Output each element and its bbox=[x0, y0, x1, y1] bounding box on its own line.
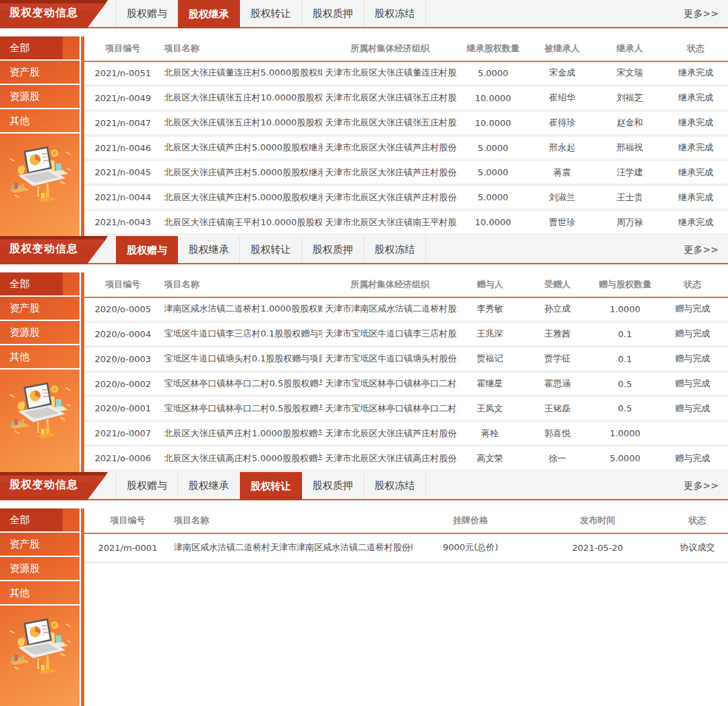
table-cell: 2020/o-0002 bbox=[84, 379, 162, 389]
section-title-ribbon: 股权变动信息 bbox=[0, 236, 108, 264]
tab-equity-transfer[interactable]: 股权转让 bbox=[240, 236, 302, 263]
table-cell: 继承完成 bbox=[663, 67, 728, 79]
tab-equity-pledge[interactable]: 股权质押 bbox=[302, 0, 364, 27]
column-header: 项目编号 bbox=[84, 42, 162, 55]
table-cell: 2021/o-0007 bbox=[84, 428, 162, 438]
table-cell: 赠与完成 bbox=[657, 353, 728, 365]
equity-change-section: 股权变动信息股权赠与股权继承股权转让股权质押股权冻结更多>>全部资产股资源股其他… bbox=[0, 0, 728, 236]
table-row[interactable]: 2021/n-0043北辰区大张庄镇南王平村10.0000股股权继...天津市北… bbox=[84, 211, 728, 236]
table-row[interactable]: 2020/o-0002宝坻区林亭口镇林亭口二村0.5股股权赠与...天津市宝坻区… bbox=[84, 373, 728, 398]
table-cell: 宝坻区牛道口镇塘头村0.1股股权赠与项目 bbox=[162, 353, 323, 365]
table-cell: 崔得珍 bbox=[528, 117, 596, 129]
table-row[interactable]: 2021/n-0047北辰区大张庄镇张五庄村10.0000股股权继...天津市北… bbox=[84, 112, 728, 137]
tab-equity-inheritance[interactable]: 股权继承 bbox=[178, 0, 240, 28]
table-cell: 1.0000 bbox=[593, 428, 657, 438]
tab-equity-inheritance[interactable]: 股权继承 bbox=[178, 472, 240, 499]
table-cell: 王凤文 bbox=[458, 403, 522, 415]
table-row[interactable]: 2021/n-0046北辰区大张庄镇芦庄村5.0000股股权继承...天津市北辰… bbox=[84, 137, 728, 162]
section-body: 全部资产股资源股其他项目编号项目名称所属村集体经济组织继承股权数量被继承人继承人… bbox=[0, 36, 728, 236]
sidebar-item-all[interactable]: 全部 bbox=[0, 508, 80, 533]
table-cell: 协议成交 bbox=[667, 541, 728, 554]
table-cell: 5.0000 bbox=[593, 453, 657, 463]
table-row[interactable]: 2021/n-0049北辰区大张庄镇张五庄村10.0000股股权继...天津市北… bbox=[84, 87, 728, 112]
tab-list: 股权赠与股权继承股权转让股权质押股权冻结 bbox=[116, 236, 728, 263]
sidebar-item-all[interactable]: 全部 bbox=[0, 272, 80, 297]
sidebar-item-resource-shares[interactable]: 资源股 bbox=[0, 85, 80, 109]
table-cell: 2021/o-0006 bbox=[84, 453, 162, 463]
table-row[interactable]: 2020/o-0003宝坻区牛道口镇塘头村0.1股股权赠与项目天津市宝坻区牛道口… bbox=[84, 348, 728, 373]
tab-equity-freeze[interactable]: 股权冻结 bbox=[364, 236, 426, 263]
table-cell: 郭喜悦 bbox=[522, 428, 593, 440]
table-cell: 0.5 bbox=[593, 403, 657, 413]
section-title: 股权变动信息 bbox=[9, 242, 78, 256]
table-cell: 北辰区大张庄镇张五庄村10.0000股股权继... bbox=[162, 92, 323, 104]
sidebar-item-asset-shares[interactable]: 资产股 bbox=[0, 297, 80, 321]
table-row[interactable]: 2021/n-0044北辰区大张庄镇芦庄村5.0000股股权继承...天津市北辰… bbox=[84, 186, 728, 211]
section-title-ribbon: 股权变动信息 bbox=[0, 0, 108, 28]
sidebar-item-resource-shares[interactable]: 资源股 bbox=[0, 321, 80, 345]
more-link[interactable]: 更多>> bbox=[684, 0, 719, 27]
sidebar-item-resource-shares[interactable]: 资源股 bbox=[0, 557, 80, 581]
sidebar-item-asset-shares[interactable]: 资产股 bbox=[0, 61, 80, 85]
sidebar-accent-strip bbox=[80, 508, 84, 706]
table-row[interactable]: 2020/o-0005津南区咸水沽镇二道桥村1.0000股股权赠...天津市津南… bbox=[84, 298, 728, 323]
table-cell: 天津市北辰区大张庄镇张五庄村股... bbox=[322, 92, 458, 104]
sidebar-item-other[interactable]: 其他 bbox=[0, 345, 80, 370]
table-body: 2021/m-0001津南区咸水沽镇二道桥村天津市津南区咸水沽镇二道桥村股份经.… bbox=[84, 534, 728, 706]
table-cell: 0.5 bbox=[593, 379, 657, 389]
sidebar-item-all[interactable]: 全部 bbox=[0, 36, 80, 61]
table-cell: 1.0000 bbox=[593, 304, 657, 314]
equity-change-section: 股权变动信息股权赠与股权继承股权转让股权质押股权冻结更多>>全部资产股资源股其他… bbox=[0, 236, 728, 472]
tab-equity-transfer[interactable]: 股权转让 bbox=[240, 472, 302, 500]
section-title-ribbon: 股权变动信息 bbox=[0, 472, 108, 500]
equity-change-page: 股权变动信息股权赠与股权继承股权转让股权质押股权冻结更多>>全部资产股资源股其他… bbox=[0, 0, 728, 706]
table-cell: 津南区咸水沽镇二道桥村1.0000股股权赠... bbox=[162, 303, 323, 315]
table-cell: 北辰区大张庄镇芦庄村5.0000股股权继承... bbox=[162, 167, 323, 179]
table-cell: 王士贵 bbox=[596, 192, 663, 204]
sidebar-item-other[interactable]: 其他 bbox=[0, 581, 80, 606]
tab-equity-gift[interactable]: 股权赠与 bbox=[116, 472, 178, 499]
column-header: 发布时间 bbox=[528, 514, 667, 527]
table-cell: 2020/o-0001 bbox=[84, 403, 162, 413]
table-row[interactable]: 2021/o-0006北辰区大张庄镇高庄村5.0000股股权赠与...天津市北辰… bbox=[84, 447, 728, 472]
column-header: 赠与人 bbox=[458, 278, 522, 291]
table-cell: 天津市宝坻区林亭口镇林亭口二村... bbox=[322, 403, 458, 415]
table-cell: 10.0000 bbox=[458, 118, 528, 128]
section-title: 股权变动信息 bbox=[9, 6, 78, 20]
column-header: 状态 bbox=[657, 278, 728, 291]
table-row[interactable]: 2021/m-0001津南区咸水沽镇二道桥村天津市津南区咸水沽镇二道桥村股份经.… bbox=[84, 534, 728, 564]
table-cell: 2020/o-0005 bbox=[84, 304, 162, 314]
sidebar-item-other[interactable]: 其他 bbox=[0, 109, 80, 134]
table-cell: 刘福芝 bbox=[596, 92, 663, 104]
category-sidebar: 全部资产股资源股其他 bbox=[0, 36, 80, 236]
sidebar-item-asset-shares[interactable]: 资产股 bbox=[0, 533, 80, 557]
tab-equity-inheritance[interactable]: 股权继承 bbox=[178, 236, 240, 263]
category-sidebar: 全部资产股资源股其他 bbox=[0, 272, 80, 472]
table-row[interactable]: 2021/n-0051北辰区大张庄镇董连庄村5.0000股股权继...天津市北辰… bbox=[84, 62, 728, 87]
tab-equity-pledge[interactable]: 股权质押 bbox=[302, 236, 364, 263]
table-row[interactable]: 2020/o-0001宝坻区林亭口镇林亭口二村0.5股股权赠与...天津市宝坻区… bbox=[84, 397, 728, 422]
more-link[interactable]: 更多>> bbox=[684, 236, 719, 263]
tab-equity-freeze[interactable]: 股权冻结 bbox=[364, 0, 426, 27]
table-cell: 5.0000 bbox=[458, 143, 528, 153]
column-header: 受赠人 bbox=[522, 278, 593, 291]
more-link[interactable]: 更多>> bbox=[684, 472, 719, 499]
table-cell: 邢永起 bbox=[528, 142, 596, 154]
table-cell: 天津市北辰区大张庄镇芦庄村股份... bbox=[322, 142, 458, 154]
column-header: 状态 bbox=[663, 42, 728, 55]
table-cell: 天津市北辰区大张庄镇芦庄村股份... bbox=[322, 167, 458, 179]
tab-equity-freeze[interactable]: 股权冻结 bbox=[364, 472, 426, 499]
section-tab-bar: 股权变动信息股权赠与股权继承股权转让股权质押股权冻结更多>> bbox=[0, 0, 728, 28]
table-cell: 继承完成 bbox=[663, 167, 728, 179]
section-tab-bar: 股权变动信息股权赠与股权继承股权转让股权质押股权冻结更多>> bbox=[0, 236, 728, 264]
table-row[interactable]: 2021/n-0045北辰区大张庄镇芦庄村5.0000股股权继承...天津市北辰… bbox=[84, 161, 728, 186]
table-cell: 2020/o-0004 bbox=[84, 329, 162, 339]
tab-equity-gift[interactable]: 股权赠与 bbox=[116, 0, 178, 27]
column-header: 继承人 bbox=[596, 42, 663, 55]
table-row[interactable]: 2021/o-0007北辰区大张庄镇芦庄村1.0000股股权赠与...天津市北辰… bbox=[84, 422, 728, 447]
tab-equity-gift[interactable]: 股权赠与 bbox=[116, 236, 178, 264]
tab-equity-transfer[interactable]: 股权转让 bbox=[240, 0, 302, 27]
table-row[interactable]: 2020/o-0004宝坻区牛道口镇李三店村0.1股股权赠与项目天津市宝坻区牛道… bbox=[84, 323, 728, 348]
tab-equity-pledge[interactable]: 股权质押 bbox=[302, 472, 364, 499]
table-cell: 5.0000 bbox=[458, 167, 528, 177]
